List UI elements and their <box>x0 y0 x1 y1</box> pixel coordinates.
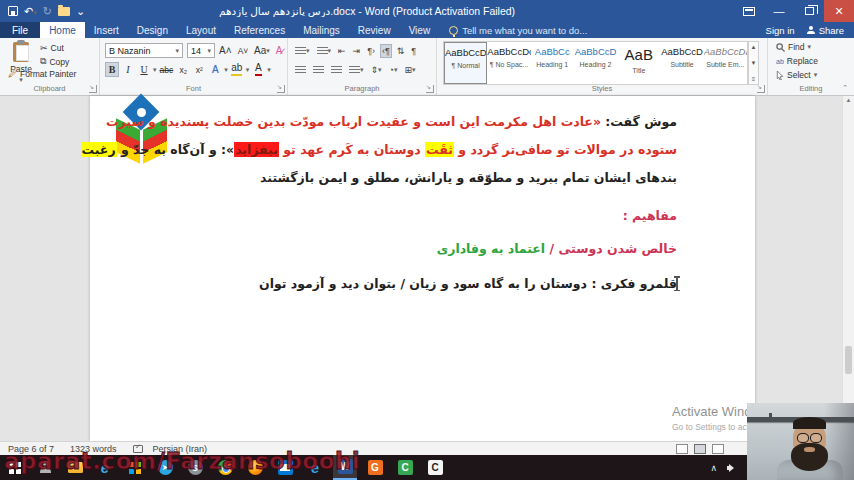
share-button[interactable]: Share <box>807 25 844 36</box>
collapse-ribbon-icon[interactable]: ⌃ <box>842 84 848 92</box>
format-painter-button[interactable]: 🖉Format Painter <box>8 69 76 79</box>
taskbar-app-c-green-icon[interactable]: C <box>393 455 417 480</box>
text-cursor <box>676 276 678 291</box>
numbering-button[interactable]: ▾ <box>315 45 334 58</box>
tab-mailings[interactable]: Mailings <box>294 22 349 38</box>
styles-group-label: Styles <box>437 84 767 93</box>
tell-me-box[interactable]: Tell me what you want to do... <box>439 22 587 38</box>
speaker-icon[interactable] <box>727 463 738 473</box>
glasses <box>796 433 823 442</box>
editing-group: Find▾ ab Replace Select▾ Editing ⌃ <box>768 38 854 95</box>
style--no-spac-[interactable]: AaBbCcDc¶ No Spac... <box>487 42 530 84</box>
paragraph-dialog-launcher[interactable]: ↘ <box>426 85 434 93</box>
align-left-button[interactable] <box>329 64 344 77</box>
rtl-paragraph-button[interactable]: ‹¶ <box>380 44 392 58</box>
show-marks-button[interactable]: ¶ <box>409 44 418 58</box>
taskbar-gom-player-icon[interactable]: G <box>363 455 387 480</box>
print-layout-icon[interactable] <box>694 444 706 454</box>
decrease-indent-button[interactable]: ⇤ <box>336 44 348 58</box>
find-button[interactable]: Find▾ <box>776 42 811 52</box>
underline-button[interactable]: U <box>137 62 151 77</box>
tab-layout[interactable]: Layout <box>177 22 225 38</box>
justify-button[interactable]: ▾ <box>347 64 366 77</box>
tab-home[interactable]: Home <box>40 22 85 38</box>
select-button[interactable]: Select▾ <box>776 70 817 80</box>
align-center-button[interactable] <box>311 64 326 77</box>
clipboard-group: Paste▾ ✂Cut ⧉Copy 🖉Format Painter Clipbo… <box>0 38 100 95</box>
align-right-button[interactable] <box>293 64 308 77</box>
tab-design[interactable]: Design <box>128 22 177 38</box>
styles-gallery-scroll[interactable]: ▲▼≡ <box>748 41 759 85</box>
document-page[interactable]: نشر موش گفت: «عادت اهل مکرمت این است و ع… <box>90 96 755 441</box>
subscript-button[interactable]: x₂ <box>176 62 190 77</box>
document-line-3[interactable]: بندهای ایشان تمام ببرید و مطوّقه و یاران… <box>100 170 677 185</box>
font-color-button[interactable]: A <box>251 62 265 77</box>
clear-formatting-button[interactable]: A̷ <box>272 43 286 58</box>
text-segment: قلمرو فکری : دوستان را به گاه سود و زیان… <box>259 276 677 291</box>
text-segment: رغبت <box>81 142 117 157</box>
replace-button[interactable]: ab Replace <box>776 56 818 66</box>
text-effects-button[interactable]: A <box>208 62 222 77</box>
style-title[interactable]: AaBTitle <box>617 42 660 84</box>
font-size-combo[interactable]: 14▾ <box>187 43 215 58</box>
ribbon: Paste▾ ✂Cut ⧉Copy 🖉Format Painter Clipbo… <box>0 38 854 96</box>
tray-chevron-icon[interactable]: ∧ <box>710 463 717 473</box>
change-case-button[interactable]: Aa▾ <box>253 43 271 58</box>
style-heading-1[interactable]: AaBbCcHeading 1 <box>531 42 574 84</box>
document-line-6[interactable]: قلمرو فکری : دوستان را به گاه سود و زیان… <box>100 276 677 291</box>
scroll-up-icon[interactable]: ▲ <box>843 97 854 103</box>
tab-file[interactable]: File <box>0 22 40 38</box>
shrink-font-button[interactable]: A˅ <box>236 43 250 58</box>
highlight-color-button[interactable]: ab <box>230 62 244 77</box>
style-subtitle[interactable]: AaBbCcDSubtitle <box>660 42 703 84</box>
ltr-paragraph-button[interactable]: ¶› <box>365 44 377 58</box>
grow-font-button[interactable]: A˄ <box>218 43 233 58</box>
style-heading-2[interactable]: AaBbCcDHeading 2 <box>574 42 617 84</box>
copy-button[interactable]: ⧉Copy <box>40 56 69 67</box>
tab-insert[interactable]: Insert <box>85 22 128 38</box>
borders-button[interactable]: ⊞▾ <box>403 63 418 77</box>
taskbar-app-c-white-icon[interactable]: C <box>423 455 447 480</box>
text-segment: موش گفت: <box>601 114 677 129</box>
paragraph-group: ▾ ▾ ⇤ ⇥ ¶› ‹¶ ⇅ ¶ ▾ ⇕▾ ◔▾ ⊞▾ Paragraph ↘ <box>288 38 437 95</box>
italic-button[interactable]: I <box>121 62 135 77</box>
superscript-button[interactable]: x² <box>192 62 206 77</box>
style-subtle-em-[interactable]: AaBbCcDaSubtle Em... <box>704 42 747 84</box>
bullets-button[interactable]: ▾ <box>293 45 312 58</box>
line-spacing-button[interactable]: ⇕▾ <box>369 63 384 77</box>
web-layout-icon[interactable] <box>712 444 724 454</box>
shading-button[interactable]: ◔▾ <box>387 63 400 77</box>
read-mode-icon[interactable] <box>676 444 688 454</box>
text-segment: بندهای ایشان تمام ببرید و مطوّقه و یاران… <box>260 170 677 185</box>
paste-button[interactable]: Paste▾ <box>6 42 36 86</box>
font-name-combo[interactable]: B Nazanin▾ <box>105 43 183 58</box>
chevron-down-icon: ▾ <box>175 47 179 55</box>
styles-dialog-launcher[interactable]: ↘ <box>757 85 765 93</box>
document-line-4[interactable]: مفاهیم : <box>100 208 677 223</box>
font-dialog-launcher[interactable]: ↘ <box>277 85 285 93</box>
clipboard-group-label: Clipboard <box>0 84 99 93</box>
document-line-5[interactable]: خالص شدن دوستی / اعتماد به وفاداری <box>100 241 677 256</box>
style--normal[interactable]: AaBbCcDc¶ Normal <box>444 42 487 84</box>
sign-in-link[interactable]: Sign in <box>766 25 795 36</box>
scrollbar-thumb[interactable] <box>845 346 852 374</box>
styles-group: AaBbCcDc¶ NormalAaBbCcDc¶ No Spac...AaBb… <box>437 38 768 95</box>
minimize-button[interactable]: — <box>764 0 794 22</box>
document-line-2[interactable]: ستوده در موالات تو صافی‌تر گردد و ثقَت د… <box>100 142 677 157</box>
vertical-scrollbar[interactable]: ▲ <box>842 96 854 441</box>
tab-view[interactable]: View <box>400 22 440 38</box>
increase-indent-button[interactable]: ⇥ <box>351 44 363 58</box>
tab-review[interactable]: Review <box>349 22 400 38</box>
cut-button[interactable]: ✂Cut <box>40 43 64 53</box>
restore-button[interactable] <box>794 0 824 22</box>
document-line-1[interactable]: موش گفت: «عادت اهل مکرمت این است و عقیدت… <box>100 114 677 129</box>
bold-button[interactable]: B <box>105 62 119 77</box>
word-window: ↶▾ ↻ ⌄ درس پانزدهم سال یازدهم.docx - Wor… <box>0 0 854 480</box>
close-button[interactable]: ✕ <box>824 0 854 22</box>
sort-button[interactable]: ⇅ <box>395 44 407 58</box>
ribbon-display-options-button[interactable] <box>734 0 764 22</box>
document-area: نشر موش گفت: «عادت اهل مکرمت این است و ع… <box>0 96 854 441</box>
tab-references[interactable]: References <box>225 22 294 38</box>
clipboard-dialog-launcher[interactable]: ↘ <box>89 85 97 93</box>
strikethrough-button[interactable]: abc <box>159 62 175 77</box>
